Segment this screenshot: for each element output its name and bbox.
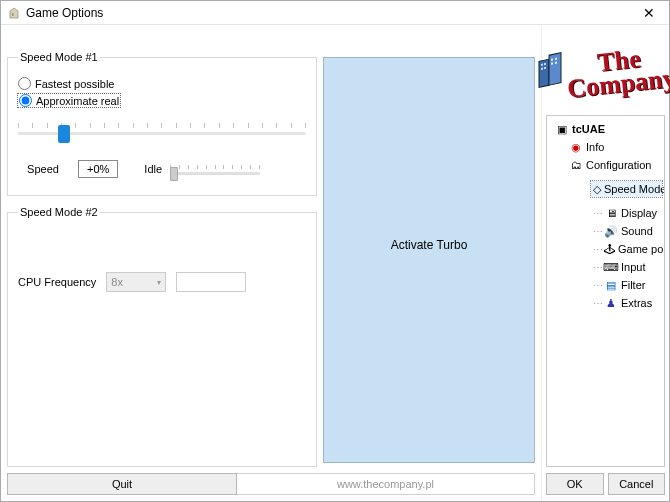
logo-text: TheCompany [564, 43, 670, 101]
app-icon [7, 6, 21, 20]
cpu-freq-label: CPU Frequency [18, 276, 96, 288]
dialog-buttons: OK Cancel [546, 473, 665, 495]
radio-approx-label: Approximate real [36, 95, 119, 107]
config-icon: 🗂 [569, 158, 583, 172]
main-pane: Speed Mode #1 Fastest possible Approxima… [1, 25, 541, 501]
svg-rect-9 [551, 62, 553, 64]
tree-root[interactable]: ▣tcUAE [553, 121, 662, 137]
radio-fastest[interactable]: Fastest possible [18, 77, 306, 90]
idle-slider-track [170, 172, 260, 175]
right-pane: TheCompany ▣tcUAE ◉Info 🗂Configuration ◇… [541, 25, 669, 501]
game-options-window: Game Options ✕ Speed Mode #1 Fastest pos… [0, 0, 670, 502]
tree-display[interactable]: ⋯🖥Display [591, 205, 662, 221]
titlebar: Game Options ✕ [1, 1, 669, 25]
tree-extras[interactable]: ⋯♟Extras [591, 295, 662, 311]
ok-button[interactable]: OK [546, 473, 604, 495]
logo: TheCompany [546, 29, 665, 115]
svg-rect-3 [541, 64, 543, 66]
close-button[interactable]: ✕ [629, 1, 669, 25]
speed-mode-2-group: Speed Mode #2 CPU Frequency 8x ▾ [7, 206, 317, 467]
info-icon: ◉ [569, 140, 583, 154]
footer: Quit www.thecompany.pl [7, 473, 535, 495]
cpu-freq-combo[interactable]: 8x ▾ [106, 272, 166, 292]
svg-rect-7 [551, 58, 553, 60]
turbo-panel: Activate Turbo [323, 57, 535, 463]
tree-configuration[interactable]: 🗂Configuration [567, 157, 662, 173]
radio-fastest-input[interactable] [18, 77, 31, 90]
idle-slider[interactable] [170, 159, 260, 179]
extras-icon: ♟ [604, 296, 618, 310]
quit-label: Quit [112, 478, 132, 490]
svg-rect-6 [544, 67, 546, 69]
tree-info[interactable]: ◉Info [567, 139, 662, 155]
input-icon: ⌨ [604, 260, 618, 274]
speed-mode-1-group: Speed Mode #1 Fastest possible Approxima… [7, 51, 317, 196]
building-icon [536, 52, 564, 92]
tree-input[interactable]: ⋯⌨Input [591, 259, 662, 275]
tree-filter[interactable]: ⋯▤Filter [591, 277, 662, 293]
quit-button[interactable]: Quit [7, 473, 237, 495]
speed-value: +0% [78, 160, 118, 178]
svg-rect-5 [541, 68, 543, 70]
speed-mode-1-legend: Speed Mode #1 [18, 51, 100, 63]
url-text: www.thecompany.pl [337, 478, 434, 490]
speed-label: Speed [18, 163, 68, 175]
chip-icon: ◇ [593, 182, 601, 196]
radio-approx[interactable]: Approximate real [18, 94, 120, 107]
chip-icon: ▣ [555, 122, 569, 136]
display-icon: 🖥 [604, 206, 618, 220]
speed-slider[interactable] [18, 123, 306, 145]
svg-rect-4 [544, 63, 546, 65]
svg-rect-2 [549, 53, 561, 86]
speed-slider-thumb[interactable] [58, 125, 70, 143]
idle-slider-ticks [170, 165, 260, 169]
cancel-button[interactable]: Cancel [608, 473, 666, 495]
tree-sound[interactable]: ⋯🔊Sound [591, 223, 662, 239]
radio-fastest-label: Fastest possible [35, 78, 114, 90]
tree-gameports[interactable]: ⋯🕹Game ports [591, 241, 662, 257]
url-box: www.thecompany.pl [237, 473, 535, 495]
radio-approx-input[interactable] [19, 94, 32, 107]
activate-turbo-label: Activate Turbo [391, 238, 468, 252]
cpu-freq-value: 8x [111, 276, 123, 288]
svg-rect-0 [12, 13, 14, 16]
idle-label: Idle [144, 163, 162, 175]
window-body: Speed Mode #1 Fastest possible Approxima… [1, 25, 669, 501]
speed-mode-2-legend: Speed Mode #2 [18, 206, 100, 218]
idle-slider-thumb[interactable] [170, 167, 178, 181]
filter-icon: ▤ [604, 278, 618, 292]
joystick-icon: 🕹 [604, 242, 615, 256]
config-tree[interactable]: ▣tcUAE ◉Info 🗂Configuration ◇Speed Mode … [546, 115, 665, 467]
window-title: Game Options [26, 6, 629, 20]
activate-turbo-button[interactable]: Activate Turbo [323, 57, 535, 463]
tree-speed-mode[interactable]: ◇Speed Mode [591, 181, 662, 197]
sound-icon: 🔊 [604, 224, 618, 238]
cpu-freq-textbox[interactable] [176, 272, 246, 292]
svg-rect-8 [555, 58, 557, 60]
svg-rect-10 [555, 62, 557, 64]
chevron-down-icon: ▾ [157, 278, 161, 287]
